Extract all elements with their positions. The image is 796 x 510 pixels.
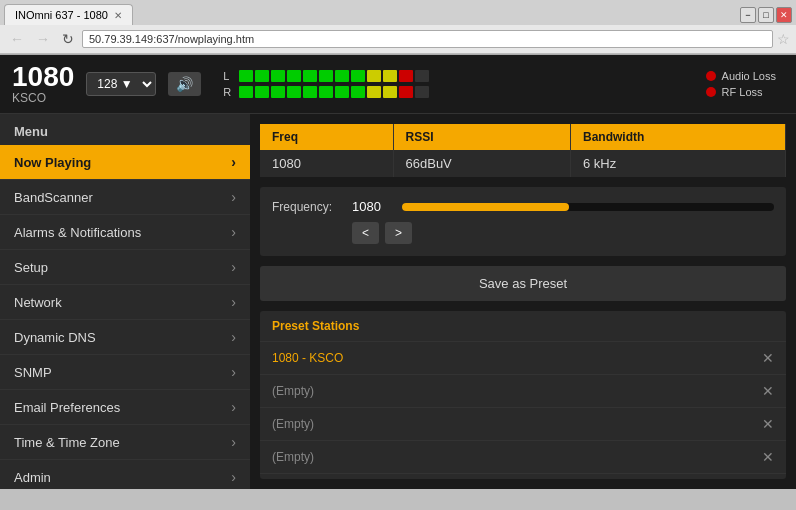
- vu-bar: [351, 70, 365, 82]
- sidebar-item-alarms[interactable]: Alarms & Notifications ›: [0, 215, 250, 250]
- vu-bar: [271, 70, 285, 82]
- preset-item[interactable]: (Empty) ✕: [260, 441, 786, 474]
- vu-bar: [287, 70, 301, 82]
- audio-loss-label: Audio Loss: [722, 70, 776, 82]
- sidebar-item-now-playing[interactable]: Now Playing ›: [0, 145, 250, 180]
- vu-bar: [383, 70, 397, 82]
- win-restore-btn[interactable]: □: [758, 7, 774, 23]
- rssi-value: 66dBuV: [393, 150, 570, 177]
- audio-loss-status: Audio Loss: [706, 70, 776, 82]
- sidebar-item-snmp[interactable]: SNMP ›: [0, 355, 250, 390]
- back-btn[interactable]: ←: [6, 29, 28, 49]
- sidebar-item-label: Email Preferences: [14, 400, 120, 415]
- vu-bar: [255, 86, 269, 98]
- info-table: Freq RSSI Bandwidth 1080 66dBuV 6 kHz: [260, 124, 786, 177]
- chevron-right-icon: ›: [231, 399, 236, 415]
- bookmark-icon[interactable]: ☆: [777, 31, 790, 47]
- preset-delete-icon[interactable]: ✕: [762, 350, 774, 366]
- app-header: 1080 KSCO 128 ▼ 🔊 L: [0, 55, 796, 114]
- preset-header: Preset Stations: [260, 311, 786, 342]
- tab-bar: INOmni 637 - 1080 ✕ − □ ✕: [0, 0, 796, 25]
- sidebar-item-label: BandScanner: [14, 190, 93, 205]
- preset-delete-icon[interactable]: ✕: [762, 449, 774, 465]
- sidebar: Menu Now Playing › BandScanner › Alarms …: [0, 114, 250, 489]
- vu-bar: [239, 86, 253, 98]
- vu-bar: [415, 86, 429, 98]
- forward-btn[interactable]: →: [32, 29, 54, 49]
- rf-loss-dot: [706, 87, 716, 97]
- audio-loss-dot: [706, 71, 716, 81]
- tab-title: INOmni 637 - 1080: [15, 9, 108, 21]
- volume-button[interactable]: 🔊: [168, 72, 201, 96]
- vu-left-bars: [239, 70, 429, 82]
- freq-slider-track[interactable]: [402, 203, 774, 211]
- vu-bar: [367, 70, 381, 82]
- sidebar-item-setup[interactable]: Setup ›: [0, 250, 250, 285]
- tab-close-btn[interactable]: ✕: [114, 10, 122, 21]
- vu-bar: [239, 70, 253, 82]
- sidebar-item-admin[interactable]: Admin ›: [0, 460, 250, 489]
- address-bar[interactable]: 50.79.39.149:637/nowplaying.htm: [82, 30, 773, 48]
- preset-item[interactable]: (Empty) ✕: [260, 408, 786, 441]
- vu-left-row: L: [223, 70, 693, 82]
- menu-label: Menu: [0, 114, 250, 145]
- sidebar-item-label: Alarms & Notifications: [14, 225, 141, 240]
- sidebar-item-time-zone[interactable]: Time & Time Zone ›: [0, 425, 250, 460]
- vu-bar: [383, 86, 397, 98]
- sidebar-item-label: Setup: [14, 260, 48, 275]
- vu-right-label: R: [223, 86, 235, 98]
- sidebar-item-network[interactable]: Network ›: [0, 285, 250, 320]
- sidebar-item-dynamic-dns[interactable]: Dynamic DNS ›: [0, 320, 250, 355]
- app-container: 1080 KSCO 128 ▼ 🔊 L: [0, 55, 796, 489]
- chevron-right-icon: ›: [231, 224, 236, 240]
- vu-bar: [415, 70, 429, 82]
- station-callsign: KSCO: [12, 91, 74, 105]
- window-controls: − □ ✕: [740, 7, 792, 23]
- right-panel: Freq RSSI Bandwidth 1080 66dBuV 6 kHz F: [250, 114, 796, 489]
- bandwidth-header: Bandwidth: [571, 124, 786, 150]
- preset-item-label: (Empty): [272, 450, 314, 464]
- preset-delete-icon[interactable]: ✕: [762, 416, 774, 432]
- chevron-right-icon: ›: [231, 294, 236, 310]
- vu-bar: [319, 70, 333, 82]
- chevron-right-icon: ›: [231, 189, 236, 205]
- sidebar-item-email-prefs[interactable]: Email Preferences ›: [0, 390, 250, 425]
- preset-item[interactable]: (Empty) ✕: [260, 474, 786, 479]
- rf-loss-status: RF Loss: [706, 86, 776, 98]
- win-close-btn[interactable]: ✕: [776, 7, 792, 23]
- station-frequency: 1080: [12, 63, 74, 91]
- freq-prev-btn[interactable]: <: [352, 222, 379, 244]
- freq-next-btn[interactable]: >: [385, 222, 412, 244]
- reload-btn[interactable]: ↻: [58, 29, 78, 49]
- vu-bar: [367, 86, 381, 98]
- browser-tab[interactable]: INOmni 637 - 1080 ✕: [4, 4, 133, 25]
- save-preset-button[interactable]: Save as Preset: [260, 266, 786, 301]
- vu-bar: [335, 70, 349, 82]
- vu-bar: [287, 86, 301, 98]
- vu-bar: [271, 86, 285, 98]
- preset-delete-icon[interactable]: ✕: [762, 383, 774, 399]
- bitrate-select[interactable]: 128 ▼: [86, 72, 156, 96]
- chevron-right-icon: ›: [231, 154, 236, 170]
- sidebar-item-band-scanner[interactable]: BandScanner ›: [0, 180, 250, 215]
- vu-bar: [303, 86, 317, 98]
- vu-right-bars: [239, 86, 429, 98]
- preset-item[interactable]: (Empty) ✕: [260, 375, 786, 408]
- sidebar-item-label: Dynamic DNS: [14, 330, 96, 345]
- bandwidth-value: 6 kHz: [571, 150, 786, 177]
- chevron-right-icon: ›: [231, 469, 236, 485]
- browser-chrome: INOmni 637 - 1080 ✕ − □ ✕ ← → ↻ 50.79.39…: [0, 0, 796, 55]
- freq-slider-fill: [402, 203, 569, 211]
- vu-bar: [303, 70, 317, 82]
- vu-bar: [335, 86, 349, 98]
- sidebar-item-label: SNMP: [14, 365, 52, 380]
- vu-bar: [399, 70, 413, 82]
- preset-stations: Preset Stations 1080 - KSCO ✕ (Empty) ✕ …: [260, 311, 786, 479]
- chevron-right-icon: ›: [231, 329, 236, 345]
- vu-bar: [255, 70, 269, 82]
- freq-header: Freq: [260, 124, 393, 150]
- freq-label: Frequency:: [272, 200, 342, 214]
- preset-item[interactable]: 1080 - KSCO ✕: [260, 342, 786, 375]
- win-minimize-btn[interactable]: −: [740, 7, 756, 23]
- vu-left-label: L: [223, 70, 235, 82]
